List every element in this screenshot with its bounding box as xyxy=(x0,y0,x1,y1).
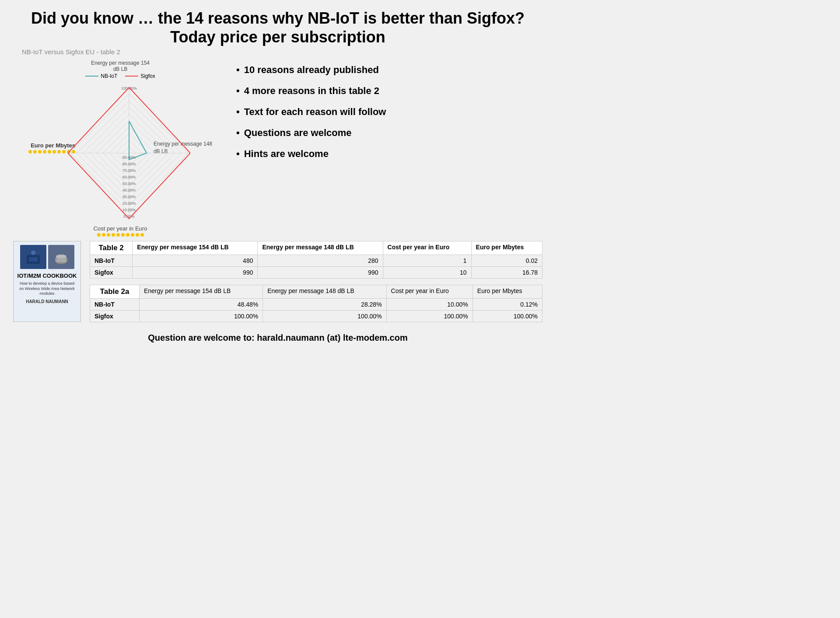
svg-point-30 xyxy=(56,255,66,258)
book-cover: IOT/M2M COOKBOOK How to develop a device… xyxy=(13,241,81,322)
table2-row1-c2: 280 xyxy=(258,255,383,267)
table-row: NB-IoT 480 280 1 0.02 xyxy=(90,255,542,267)
table2a-row2-c4: 100.00% xyxy=(472,311,542,322)
table2a-row1-c3: 10.00% xyxy=(386,299,472,311)
table2a-col3-header: Cost per year in Euro xyxy=(386,285,472,299)
svg-text:70.00%: 70.00% xyxy=(122,168,136,173)
table2-label: Table 2 xyxy=(90,241,133,255)
main-title: Did you know … the 14 reasons why NB-IoT… xyxy=(13,9,542,46)
table2a-row1-c1: 48.48% xyxy=(139,299,262,311)
svg-rect-29 xyxy=(66,258,67,261)
table-2a: Table 2a Energy per message 154 dB LB En… xyxy=(90,285,542,322)
table2-row1-label: NB-IoT xyxy=(90,255,133,267)
table2-col1-header: Energy per message 154 dB LB xyxy=(133,241,258,255)
table2a-col2-header: Energy per message 148 dB LB xyxy=(263,285,386,299)
table2a-label: Table 2a xyxy=(90,285,140,299)
table2-col4-header: Euro per Mbytes xyxy=(471,241,542,255)
radar-top-label: Energy per message 154 dB LB xyxy=(91,60,150,72)
table2-row2-label: Sigfox xyxy=(90,267,133,279)
chart-legend: NB-IoT Sigfox xyxy=(85,73,155,79)
table2-col2-header: Energy per message 148 dB LB xyxy=(258,241,383,255)
bullet-item-4: Questions are welcome xyxy=(236,127,542,139)
table2-row2-c2: 990 xyxy=(258,267,383,279)
svg-text:40.00%: 40.00% xyxy=(122,188,136,192)
table2a-row1-label: NB-IoT xyxy=(90,299,140,311)
table-2: Table 2 Energy per message 154 dB LB Ene… xyxy=(90,241,542,279)
book-author: HARALD NAUMANN xyxy=(26,299,68,304)
table2-row2-c4: 16.78 xyxy=(471,267,542,279)
svg-text:20.00%: 20.00% xyxy=(122,201,136,206)
table-row: Sigfox 100.00% 100.00% 100.00% 100.00% xyxy=(90,311,542,322)
table2-col3-header: Cost per year in Euro xyxy=(383,241,471,255)
table2a-row2-c3: 100.00% xyxy=(386,311,472,322)
svg-text:100.00%: 100.00% xyxy=(121,86,137,91)
svg-rect-25 xyxy=(29,257,38,262)
footer-text: Question are welcome to: harald.naumann … xyxy=(13,333,542,343)
chart-panel: Energy per message 154 dB LB NB-IoT Sigf… xyxy=(13,60,228,237)
legend-nbiot: NB-IoT xyxy=(101,73,117,79)
table2a-row2-c2: 100.00% xyxy=(263,311,386,322)
nbiot-radar-polygon xyxy=(129,121,147,160)
book-image-circuit xyxy=(20,245,46,269)
svg-text:60.00%: 60.00% xyxy=(122,175,136,179)
bullet-points-panel: 10 reasons already published 4 more reas… xyxy=(236,60,542,169)
table2-row1-c4: 0.02 xyxy=(471,255,542,267)
tables-panel: Table 2 Energy per message 154 dB LB Ene… xyxy=(90,241,542,328)
legend-sigfox: Sigfox xyxy=(140,73,155,79)
svg-rect-28 xyxy=(55,258,57,261)
svg-text:10.00%: 10.00% xyxy=(122,208,136,212)
radar-chart-svg: 0.00% 10.00% 20.00% 30.00% 40.00% 50.00%… xyxy=(68,83,190,223)
table2a-row2-c1: 100.00% xyxy=(139,311,262,322)
table2a-col1-header: Energy per message 154 dB LB xyxy=(139,285,262,299)
svg-text:50.00%: 50.00% xyxy=(122,182,136,186)
bullet-item-3: Text for each reason will follow xyxy=(236,106,542,118)
page-subtitle: NB-IoT versus Sigfox EU - table 2 xyxy=(22,48,542,56)
table2a-row2-label: Sigfox xyxy=(90,311,140,322)
bullet-item-2: 4 more reasons in this table 2 xyxy=(236,85,542,97)
bullet-item-1: 10 reasons already published xyxy=(236,64,542,76)
svg-text:80.00%: 80.00% xyxy=(122,162,136,166)
svg-text:30.00%: 30.00% xyxy=(122,195,136,199)
book-image-pot xyxy=(48,245,74,269)
table2-row2-c3: 10 xyxy=(383,267,471,279)
table2a-row1-c2: 28.28% xyxy=(263,299,386,311)
table2-row1-c1: 480 xyxy=(133,255,258,267)
bullet-item-5: Hints are welcome xyxy=(236,148,542,160)
book-title: IOT/M2M COOKBOOK xyxy=(18,272,77,279)
table-row: NB-IoT 48.48% 28.28% 10.00% 0.12% xyxy=(90,299,542,311)
table2-row2-c1: 990 xyxy=(133,267,258,279)
table2a-col4-header: Euro per Mbytes xyxy=(472,285,542,299)
book-subtitle-text: How to develop a device based on Wireles… xyxy=(17,281,77,297)
table-row: Sigfox 990 990 10 16.78 xyxy=(90,267,542,279)
table2-row1-c3: 1 xyxy=(383,255,471,267)
svg-point-24 xyxy=(31,251,35,255)
table2a-row1-c4: 0.12% xyxy=(472,299,542,311)
